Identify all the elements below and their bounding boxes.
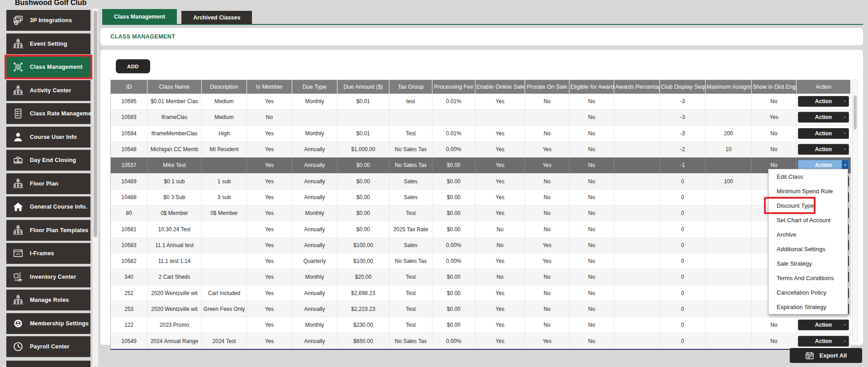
table-cell: Yes — [525, 333, 569, 349]
sidebar-item-day-end-closing[interactable]: Day End Closing — [6, 150, 90, 171]
action-button[interactable]: Action▼ — [798, 336, 849, 347]
table-row[interactable]: 10594IframeMemberClasHighYesMonthly$0.01… — [111, 125, 851, 141]
table-row[interactable]: 3402 Cart ShedsYesMonthly$20.00Test$0.00… — [111, 269, 851, 285]
sidebar-item-course-user-info[interactable]: Course User Info — [6, 127, 90, 148]
table-scrollbar[interactable] — [852, 80, 858, 342]
table-cell — [337, 110, 389, 125]
table-row[interactable]: 2522020 Wentzville witCart IncludedYesAn… — [111, 285, 851, 301]
sidebar-item-partial[interactable] — [6, 361, 90, 367]
menu-item-additional-settings[interactable]: Additional Settings — [768, 242, 848, 256]
sidebar-item-general-course-info[interactable]: General Course Info. — [6, 196, 90, 217]
table-cell: No — [475, 269, 525, 285]
table-scrollbar-thumb[interactable] — [854, 95, 857, 129]
sidebar-item-floor-plan-templates[interactable]: Floor Plan Templates — [6, 220, 90, 241]
add-button[interactable]: ADD — [116, 59, 150, 73]
sidebar-scrollbar-thumb[interactable] — [94, 11, 97, 237]
tab-class-management[interactable]: Class Management — [102, 9, 177, 24]
table-row[interactable]: 1222023 PromoYesMonthly$230.00Test$0.00Y… — [111, 317, 851, 333]
table-cell — [706, 301, 752, 317]
sidebar-item-label: Floor Plan — [30, 181, 58, 187]
action-button[interactable]: Action▼ — [798, 128, 849, 139]
sidebar-item-class-rate-management[interactable]: Class Rate Management — [6, 103, 90, 124]
column-header-show-in-dist-engin[interactable]: Show in Dist Engin — [752, 80, 797, 94]
sidebar-item-i-frames[interactable]: </>I-Frames — [6, 243, 90, 264]
export-all-button[interactable]: Export All — [790, 348, 862, 363]
table-row[interactable]: 10595$0.01 Member ClasMediumYesMonthly$0… — [111, 94, 851, 110]
table-row[interactable]: 1058110.30.24 TestYesAnnually$0.002025 T… — [111, 221, 851, 237]
sidebar-item-3p-integrations[interactable]: $3P Integrations — [6, 10, 90, 31]
person-icon — [11, 131, 25, 143]
sidebar-item-class-management[interactable]: Class Management — [6, 57, 90, 77]
table-row[interactable]: 800$ Member0$ MemberYesMonthly$0.00Test$… — [111, 205, 851, 221]
menu-item-archive[interactable]: Archive — [768, 227, 848, 242]
column-header-maximum-assignm[interactable]: Maximum Assignm — [706, 80, 752, 94]
action-button[interactable]: Action▼ — [798, 112, 849, 123]
action-button[interactable]: Action▼ — [798, 96, 849, 107]
table-row[interactable]: 1058311.1 Annual testYesAnnually$100.00S… — [111, 237, 851, 253]
sidebar-scrollbar[interactable] — [92, 8, 99, 367]
column-header-awards-percentage[interactable]: Awards Percentage — [614, 80, 660, 94]
table-cell: Test — [389, 317, 432, 333]
tab-archived-classes[interactable]: Archived Classes — [181, 11, 252, 24]
sidebar-item-floor-plan[interactable]: Floor Plan — [6, 173, 90, 194]
table-cell: Annually — [292, 333, 337, 349]
table-cell: IframeMemberClas — [147, 125, 202, 141]
table-cell: No — [752, 141, 797, 157]
menu-item-expiration-strategy[interactable]: Expiration Strategy — [768, 300, 848, 314]
table-cell: No — [569, 141, 614, 157]
menu-item-sale-strategy[interactable]: Sale Strategy — [768, 256, 848, 271]
table-cell — [706, 269, 752, 285]
menu-item-minimum-spend-rule[interactable]: Minimum Spend Rule — [768, 184, 848, 198]
table-cell: Sales — [389, 189, 432, 205]
column-header-club-display-seque[interactable]: Club Display Seque — [660, 80, 706, 94]
sidebar-item-label: Activity Center — [30, 87, 71, 94]
clock-icon — [11, 341, 25, 353]
table-cell: No — [569, 125, 614, 141]
column-header-due-amount[interactable]: Due Amount ($) — [337, 80, 389, 94]
cash-drawer-icon — [11, 154, 25, 166]
column-header-processing-fee[interactable]: Processing Fee — [432, 80, 475, 94]
sidebar-item-payroll-center[interactable]: Payroll Center — [6, 336, 90, 357]
column-header-action[interactable]: Action — [797, 80, 851, 94]
table-row[interactable]: 105492024 Annual Range2024 TestYesAnnual… — [111, 333, 851, 349]
table-row[interactable]: 10548Michigan CC MembMI ResidentYesAnnua… — [111, 141, 851, 157]
column-header-description[interactable]: Description — [202, 80, 247, 94]
menu-item-edit-class[interactable]: Edit Class — [768, 169, 848, 184]
action-button-label: Action — [798, 98, 849, 105]
table-cell: Monthly — [292, 269, 337, 285]
table-row[interactable]: 10593IframeClasMediumNoNo-3YesAction▼ — [111, 110, 851, 125]
menu-item-cancellation-policy[interactable]: Cancellation Policy — [768, 285, 848, 300]
sidebar-item-activity-center[interactable]: Activity Center — [6, 80, 90, 101]
table-cell: Sales — [389, 173, 432, 189]
column-header-due-type[interactable]: Due Type — [292, 80, 337, 94]
action-button[interactable]: Action▼ — [798, 319, 849, 330]
column-header-tax-group[interactable]: Tax Group — [389, 80, 432, 94]
table-cell: 0 — [660, 253, 706, 269]
sidebar-item-inventory-center[interactable]: Inventory Center — [6, 267, 90, 287]
action-button[interactable]: Action▼ — [798, 144, 849, 155]
sidebar-item-membership-settings[interactable]: Membership Settings — [6, 313, 90, 334]
table-cell: -3 — [660, 94, 706, 110]
menu-item-discount-type[interactable]: Discount Type — [768, 198, 848, 213]
sidebar-item-manage-roles[interactable]: Manage Roles — [6, 290, 90, 310]
table-cell: No — [569, 94, 614, 110]
column-header-enable-online-sale[interactable]: Enable Online Sale — [475, 80, 525, 94]
table-row[interactable]: 1058211.1 test 1.14YesQuarterly$100.00No… — [111, 253, 851, 269]
sidebar-item-event-setting[interactable]: Event Setting — [6, 33, 90, 54]
table-cell — [202, 157, 247, 173]
column-header-eligible-for-awards[interactable]: Eligible for Awards — [569, 80, 614, 94]
column-header-id[interactable]: ID — [111, 80, 147, 94]
table-cell: Yes — [247, 285, 292, 301]
table-row[interactable]: 10537Mike TestYesAnnually$0.00No Sales T… — [111, 157, 851, 173]
table-cell — [706, 157, 752, 173]
table-row[interactable]: 10488$0 3 Sub3 subYesAnnually$0.00Sales$… — [111, 189, 851, 205]
action-cell: Action▼ — [797, 110, 851, 125]
menu-item-set-chart-of-account[interactable]: Set Chart of Account — [768, 213, 848, 227]
column-header-prorate-on-sale[interactable]: Prorate On Sale — [525, 80, 569, 94]
column-header-is-member[interactable]: Is Member — [247, 80, 292, 94]
table-row[interactable]: 2532020 Wentzville witGreen Fees OnlyYes… — [111, 301, 851, 317]
column-header-class-name[interactable]: Class Name — [147, 80, 202, 94]
table-cell: No — [525, 317, 569, 333]
menu-item-terms-and-conditions[interactable]: Terms And Conditions — [768, 271, 848, 285]
table-row[interactable]: 10489$0 1 sub1 subYesAnnually$0.00Sales$… — [111, 173, 851, 189]
